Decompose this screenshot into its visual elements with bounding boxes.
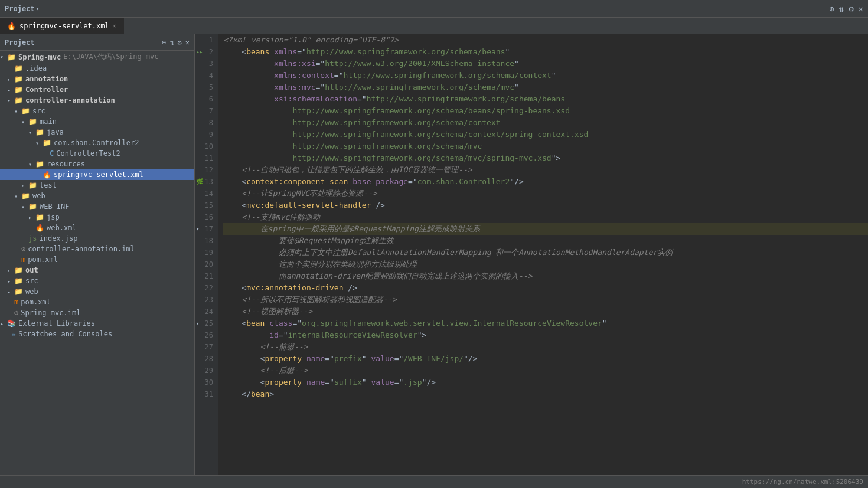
tree-item-pom-xml-ca[interactable]: m pom.xml xyxy=(0,254,194,265)
line-num-10[interactable]: 10 xyxy=(195,140,218,152)
folder-icon-src: 📁 xyxy=(21,107,30,115)
line-num-26[interactable]: 26 xyxy=(195,329,218,341)
tree-item-scratches-consoles[interactable]: ✏ Scratches and Consoles xyxy=(0,329,194,339)
code-lines: <?xml version="1.0" encoding="UTF-8"?> <… xyxy=(218,34,868,475)
line-num-9[interactable]: 9 xyxy=(195,129,218,140)
code-line-19: 必须向上下文中注册DefaultAnnotationHandlerMapping… xyxy=(223,247,868,258)
tree-item-pom-xml-root[interactable]: m pom.xml xyxy=(0,297,194,307)
tree-item-src-root[interactable]: ▸ 📁 src xyxy=(0,276,194,286)
line-num-14[interactable]: 14 xyxy=(195,188,218,199)
code-line-22: <mvc:annotation-driven /> xyxy=(223,282,868,294)
line-num-1[interactable]: 1 xyxy=(195,34,218,46)
code-line-30: <property name="suffix" value=".jsp"/> xyxy=(223,376,868,388)
tree-item-web[interactable]: ▾ 📁 web xyxy=(0,191,194,201)
tree-item-web-root[interactable]: ▸ 📁 web xyxy=(0,286,194,297)
line-num-16[interactable]: 16 xyxy=(195,211,218,223)
tree-item-jsp[interactable]: ▸ 📁 jsp xyxy=(0,212,194,222)
arrow-external-libraries: ▸ xyxy=(0,320,7,327)
tree-item-controller-test2[interactable]: C ControllerTest2 xyxy=(0,148,194,159)
line-num-18[interactable]: 18 xyxy=(195,235,218,247)
code-line-1: <?xml version="1.0" encoding="UTF-8"?> xyxy=(223,34,868,46)
tree-item-spring-mvc-root[interactable]: ▾ 📁 Spring-mvc E:\JAVA\代码\Spring-mvc xyxy=(0,51,194,63)
code-line-10: http://www.springframework.org/schema/mv… xyxy=(223,140,868,152)
code-line-6: xsi:schemaLocation="http://www.springfra… xyxy=(223,93,868,105)
sidebar-header: Project ⊕ ⇅ ⚙ ✕ xyxy=(0,34,194,51)
code-line-15: <mvc:default-servlet-handler /> xyxy=(223,199,868,211)
tree-item-test[interactable]: ▸ 📁 test xyxy=(0,180,194,191)
line-num-29[interactable]: 29 xyxy=(195,365,218,376)
code-line-14: <!--让SpringMVC不处理静态资源--> xyxy=(223,188,868,199)
tree-item-web-xml[interactable]: 🔥 web.xml xyxy=(0,222,194,233)
tree-item-controller-annotation-iml[interactable]: ⚙ controller-annotation.iml xyxy=(0,244,194,254)
tab-close-icon[interactable]: ✕ xyxy=(113,22,116,29)
line-num-21[interactable]: 21 xyxy=(195,270,218,282)
code-line-28: <property name="prefix" value="/WEB-INF/… xyxy=(223,353,868,365)
line-num-6[interactable]: 6 xyxy=(195,93,218,105)
status-right: https://ng.cn/natwe.xml:5206439 xyxy=(742,478,863,486)
line-num-30[interactable]: 30 xyxy=(195,376,218,388)
line-num-24[interactable]: 24 xyxy=(195,306,218,317)
line-num-25[interactable]: ▾25 xyxy=(195,317,218,329)
line-num-28[interactable]: 28 xyxy=(195,353,218,365)
line-num-15[interactable]: 15 xyxy=(195,199,218,211)
line-num-17[interactable]: ▾17 xyxy=(195,223,218,235)
close-icon[interactable]: ✕ xyxy=(859,4,863,14)
code-line-21: 而annotation-driven配置帮助我们自动完成上述这两个实例的输入--… xyxy=(223,270,868,282)
line-num-20[interactable]: 20 xyxy=(195,258,218,270)
new-window-icon[interactable]: ⊕ xyxy=(829,4,834,14)
sort-icon[interactable]: ⇅ xyxy=(169,38,174,47)
line-num-31[interactable]: 31 xyxy=(195,388,218,400)
arrow-src-root: ▸ xyxy=(7,278,14,284)
line-num-3[interactable]: 3 xyxy=(195,58,218,70)
line-num-8[interactable]: 8 xyxy=(195,117,218,129)
tree-item-com-shan[interactable]: ▾ 📁 com.shan.Controller2 xyxy=(0,137,194,148)
code-line-31: </bean> xyxy=(223,388,868,400)
line-num-13[interactable]: 🌿13 xyxy=(195,176,218,188)
tree-item-springmvc-servlet-file[interactable]: 🔥 springmvc-servlet.xml xyxy=(0,169,194,180)
line-num-2[interactable]: ▸▸2 xyxy=(195,46,218,58)
tree-item-external-libraries[interactable]: ▸ 📚 External Libraries xyxy=(0,318,194,329)
tab-springmvc-servlet[interactable]: 🔥 springmvc-servlet.xml ✕ xyxy=(0,18,124,34)
tree-item-index-jsp[interactable]: js index.jsp xyxy=(0,233,194,244)
line-num-11[interactable]: 11 xyxy=(195,152,218,164)
code-area: 1 ▸▸2 3 4 5 6 7 8 9 10 11 12 🌿13 14 15 1… xyxy=(195,34,868,475)
status-bar: https://ng.cn/natwe.xml:5206439 xyxy=(0,475,868,488)
sidebar-settings-icon[interactable]: ⚙ xyxy=(178,38,182,47)
xml-file-icon-web: 🔥 xyxy=(35,224,44,232)
sync-icon[interactable]: ⇅ xyxy=(839,4,844,14)
top-bar: Project ▾ ⊕ ⇅ ⚙ ✕ xyxy=(0,0,868,18)
line-num-7[interactable]: 7 xyxy=(195,105,218,117)
tree-item-annotation[interactable]: ▸ 📁 annotation xyxy=(0,74,194,84)
tree-item-src[interactable]: ▾ 📁 src xyxy=(0,106,194,116)
sidebar-close-icon[interactable]: ✕ xyxy=(185,38,190,47)
line-num-23[interactable]: 23 xyxy=(195,294,218,306)
tab-file-icon: 🔥 xyxy=(7,22,16,30)
code-line-27: <!--前缀--> xyxy=(223,341,868,353)
line-num-19[interactable]: 19 xyxy=(195,247,218,258)
new-item-icon[interactable]: ⊕ xyxy=(162,38,166,47)
tree-item-java[interactable]: ▾ 📁 java xyxy=(0,127,194,137)
tree-item-out[interactable]: ▸ 📁 out xyxy=(0,265,194,276)
sidebar: Project ⊕ ⇅ ⚙ ✕ ▾ 📁 Spring-mvc E:\JAVA\代… xyxy=(0,34,195,475)
tree-item-resources[interactable]: ▾ 📁 resources xyxy=(0,159,194,169)
arrow-spring-mvc-root: ▾ xyxy=(0,54,7,60)
folder-icon-annotation: 📁 xyxy=(14,75,23,83)
line-num-4[interactable]: 4 xyxy=(195,70,218,81)
settings-icon[interactable]: ⚙ xyxy=(849,4,853,14)
arrow-test: ▸ xyxy=(21,182,28,189)
code-line-2: <beans xmlns="http://www.springframework… xyxy=(223,46,868,58)
tree-item-idea[interactable]: 📁 .idea xyxy=(0,63,194,74)
tree-item-main[interactable]: ▾ 📁 main xyxy=(0,116,194,127)
line-num-27[interactable]: 27 xyxy=(195,341,218,353)
code-line-23: <!--所以不用写视图解析器和视图适配器--> xyxy=(223,294,868,306)
line-num-22[interactable]: 22 xyxy=(195,282,218,294)
project-dropdown-icon[interactable]: ▾ xyxy=(36,5,40,12)
line-num-12[interactable]: 12 xyxy=(195,164,218,176)
tree-item-controller[interactable]: ▸ 📁 Controller xyxy=(0,84,194,95)
code-line-5: xmlns:mvc="http://www.springframework.or… xyxy=(223,81,868,93)
code-editor[interactable]: 1 ▸▸2 3 4 5 6 7 8 9 10 11 12 🌿13 14 15 1… xyxy=(195,34,868,475)
tree-item-spring-mvc-iml[interactable]: ⚙ Spring-mvc.iml xyxy=(0,307,194,318)
line-num-5[interactable]: 5 xyxy=(195,81,218,93)
tree-item-web-inf[interactable]: ▾ 📁 WEB-INF xyxy=(0,201,194,212)
tree-item-controller-annotation[interactable]: ▾ 📁 controller-annotation xyxy=(0,95,194,106)
